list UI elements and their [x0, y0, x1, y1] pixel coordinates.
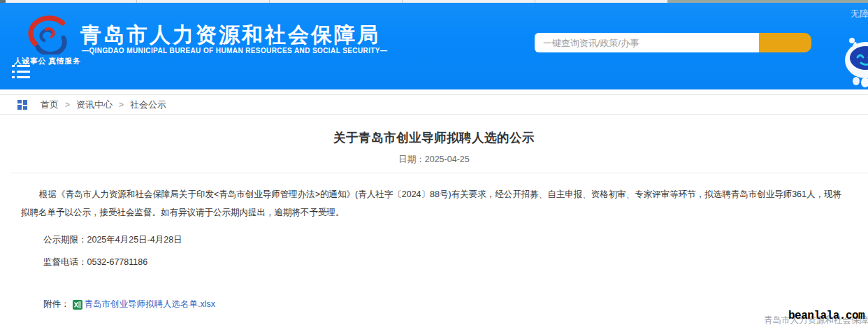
supervision-phone: 监督电话：0532-67781186 — [43, 257, 868, 268]
attachment-row: 附件： 青岛市创业导师拟聘人选名单.xlsx — [43, 298, 868, 310]
title-divider — [10, 173, 868, 173]
article-date: 日期：2025-04-25 — [0, 154, 868, 166]
breadcrumb-separator: > — [65, 100, 70, 110]
breadcrumb-news-center[interactable]: 资讯中心 — [76, 99, 113, 111]
article: 关于青岛市创业导师拟聘人选的公示 日期：2025-04-25 根据《青岛市人力资… — [0, 115, 868, 310]
hamburger-menu-icon[interactable] — [12, 65, 30, 80]
page: 人诚事公 真情服务 青岛市人力资源和社会保障局 —QINGDAO MUNICIP… — [0, 0, 868, 332]
site-subtitle-en: —QINGDAO MUNICIPAL BUREAU OF HUMAN RESOU… — [82, 47, 387, 55]
page-title: 关于青岛市创业导师拟聘人选的公示 — [0, 129, 868, 146]
publicity-period: 公示期限：2025年4月25日-4月28日 — [43, 234, 868, 246]
grid-icon — [17, 100, 27, 110]
search-input[interactable] — [535, 33, 759, 52]
accessibility-link[interactable]: 无障碍 — [851, 8, 868, 20]
attachment-label: 附件： — [43, 298, 70, 310]
attachment-link[interactable]: 青岛市创业导师拟聘人选名单.xlsx — [85, 298, 216, 310]
excel-file-icon — [73, 300, 82, 310]
breadcrumb-home[interactable]: 首页 — [41, 99, 59, 111]
watermark: beanlala.com — [788, 310, 865, 322]
breadcrumb-current: 社会公示 — [130, 99, 166, 111]
breadcrumb: 首页 > 资讯中心 > 社会公示 — [17, 95, 166, 114]
assistant-robot-icon[interactable] — [839, 35, 868, 89]
logo-emblem-icon — [24, 15, 70, 55]
breadcrumb-separator: > — [119, 100, 124, 110]
search-button[interactable] — [759, 33, 811, 52]
breadcrumb-bar: 首页 > 资讯中心 > 社会公示 — [0, 94, 868, 115]
site-title: 青岛市人力资源和社会保障局 — [80, 21, 380, 50]
site-logo: 人诚事公 真情服务 — [14, 15, 84, 67]
site-header: 人诚事公 真情服务 青岛市人力资源和社会保障局 —QINGDAO MUNICIP… — [0, 3, 868, 89]
article-paragraph: 根据《青岛市人力资源和社会保障局关于印发<青岛市创业导师管理办法>的通知》(青人… — [21, 185, 850, 222]
